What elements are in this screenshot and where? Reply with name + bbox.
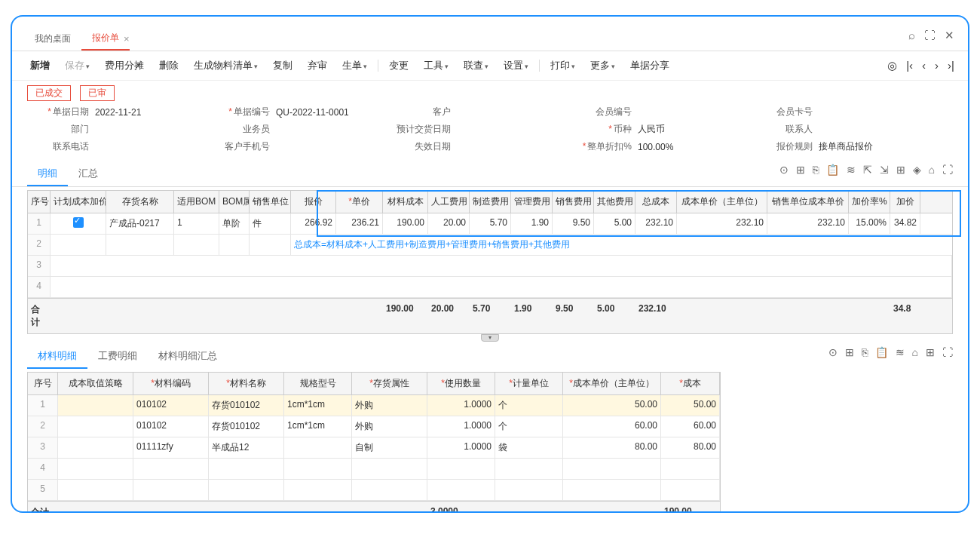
contact-label: 联系人 bbox=[751, 123, 819, 136]
loc-icon[interactable]: ⊙ bbox=[779, 164, 789, 176]
h-markuppct: 加价率% bbox=[849, 191, 890, 213]
copy-button[interactable]: 复制 bbox=[267, 56, 299, 75]
delete-button[interactable]: 删除 bbox=[153, 56, 185, 75]
g2h-spec: 规格型号 bbox=[284, 373, 352, 394]
h-saleunit: 销售单位 bbox=[250, 191, 291, 213]
grid2-row[interactable]: 301111zfy半成品12自制1.0000袋80.0080.00 bbox=[28, 437, 720, 459]
more-button[interactable]: 更多▾ bbox=[584, 56, 621, 75]
first-icon[interactable]: |‹ bbox=[906, 59, 913, 72]
grid-icon[interactable]: ⊞ bbox=[896, 164, 905, 176]
grid1-row-1[interactable]: 1 产成品-0217 1 单阶 件 266.92 236.21 190.00 2… bbox=[28, 213, 952, 235]
sales-label: 业务员 bbox=[208, 123, 276, 136]
paste2-icon[interactable]: 📋 bbox=[875, 346, 888, 358]
card-no-label: 会员卡号 bbox=[751, 106, 819, 118]
rule-value: 接单商品报价 bbox=[819, 140, 873, 153]
close-tab-icon[interactable]: × bbox=[124, 33, 130, 44]
insert2-icon[interactable]: ⊞ bbox=[845, 346, 854, 358]
copy2-icon[interactable]: ⎘ bbox=[862, 346, 868, 358]
expire-label: 失效日期 bbox=[389, 140, 457, 153]
g2h-attr: *存货属性 bbox=[352, 373, 427, 394]
grid1-row-3[interactable]: 3 bbox=[28, 256, 952, 277]
subtab2-mat[interactable]: 材料明细 bbox=[27, 345, 87, 369]
expand2-icon[interactable]: ⛶ bbox=[942, 346, 953, 358]
grid2-row[interactable]: 1010102存货0101021cm*1cm外购1.0000个50.0050.0… bbox=[28, 395, 720, 416]
cost-alloc-button[interactable]: 费用分摊 bbox=[99, 56, 150, 75]
maximize-icon[interactable]: ⛶ bbox=[924, 29, 936, 42]
subtab2-matsum[interactable]: 材料明细汇总 bbox=[148, 345, 228, 369]
export-icon[interactable]: ⇱ bbox=[863, 164, 872, 176]
print-button[interactable]: 打印▾ bbox=[544, 56, 581, 75]
paste-icon[interactable]: 📋 bbox=[826, 164, 839, 176]
g2h-cost: *成本 bbox=[661, 373, 720, 394]
h-matcost: 材料成本 bbox=[383, 191, 428, 213]
date-label: 单据日期 bbox=[53, 106, 89, 117]
g2h-qty: *使用数量 bbox=[427, 373, 495, 394]
h-sales: 销售费用 bbox=[553, 191, 594, 213]
h-saleunitcost: 销售单位成本单价 bbox=[767, 191, 849, 213]
save-button[interactable]: 保存▾ bbox=[59, 56, 96, 75]
h-markup: 加价 bbox=[890, 191, 920, 213]
docno-label: 单据编号 bbox=[234, 106, 270, 117]
home-icon[interactable]: ⌂ bbox=[929, 164, 935, 176]
grid2-icon[interactable]: ⊞ bbox=[926, 346, 935, 358]
formula-annotation: 总成本=材料成本+人工费用+制造费用+管理费用+销售费用+其他费用 bbox=[291, 235, 894, 255]
gen-bom-button[interactable]: 生成物料清单▾ bbox=[188, 56, 264, 75]
plan-cost-checkbox[interactable] bbox=[73, 217, 84, 228]
badge-audit: 已审 bbox=[80, 85, 115, 101]
expand-handle-1[interactable]: ▾ bbox=[481, 334, 499, 342]
abandon-button[interactable]: 弃审 bbox=[302, 56, 333, 75]
import-icon[interactable]: ⇲ bbox=[880, 164, 889, 176]
tel-label: 联系电话 bbox=[27, 140, 95, 153]
grid2-row[interactable]: 5 bbox=[28, 480, 720, 501]
grid2-row[interactable]: 4 bbox=[28, 459, 720, 480]
tab-quote[interactable]: 报价单 bbox=[81, 27, 130, 51]
settings-button[interactable]: 设置▾ bbox=[498, 56, 534, 75]
deliv-label: 预计交货日期 bbox=[389, 123, 457, 136]
grid1-row-4[interactable]: 4 bbox=[28, 277, 952, 298]
tools-button[interactable]: 工具▾ bbox=[418, 56, 455, 75]
material-grid: 序号 成本取值策略 *材料编码 *材料名称 规格型号 *存货属性 *使用数量 *… bbox=[27, 372, 721, 513]
h-mfg: 制造费用 bbox=[470, 191, 511, 213]
last-icon[interactable]: ›| bbox=[948, 59, 954, 72]
change-button[interactable]: 变更 bbox=[383, 56, 415, 75]
window-close-icon[interactable]: ✕ bbox=[945, 29, 954, 42]
gen-doc-button[interactable]: 生单▾ bbox=[336, 56, 373, 75]
mobile-label: 客户手机号 bbox=[208, 140, 276, 153]
h-bomattr: BOM属性 bbox=[219, 191, 250, 213]
loc2-icon[interactable]: ⊙ bbox=[828, 346, 838, 358]
g2h-ucost: *成本单价（主单位） bbox=[563, 373, 661, 394]
link-button[interactable]: 联查▾ bbox=[458, 56, 495, 75]
h-labor: 人工费用 bbox=[428, 191, 470, 213]
h-total: 总成本 bbox=[635, 191, 677, 213]
h-seq: 序号 bbox=[28, 191, 51, 213]
subtab-detail[interactable]: 明细 bbox=[27, 162, 68, 186]
h-price: *单价 bbox=[336, 191, 383, 213]
subtab-summary[interactable]: 汇总 bbox=[68, 162, 109, 186]
search-icon[interactable]: ⌕ bbox=[908, 29, 915, 42]
h-other: 其他费用 bbox=[594, 191, 635, 213]
expand-icon[interactable]: ⛶ bbox=[942, 164, 953, 176]
filter2-icon[interactable]: ≋ bbox=[896, 346, 905, 358]
grid2-row[interactable]: 2010102存货0101021cm*1cm外购1.0000个60.0060.0… bbox=[28, 416, 720, 437]
tag-icon[interactable]: ◈ bbox=[913, 164, 921, 176]
g2h-code: *材料编码 bbox=[133, 373, 209, 394]
new-button[interactable]: 新增 bbox=[24, 56, 56, 75]
next-icon[interactable]: › bbox=[935, 59, 939, 72]
cust-label: 客户 bbox=[389, 106, 457, 118]
tab-desktop[interactable]: 我的桌面 bbox=[24, 28, 81, 50]
subtab2-labor[interactable]: 工费明细 bbox=[87, 345, 148, 369]
share-button[interactable]: 单据分享 bbox=[624, 56, 675, 75]
badge-deal: 已成交 bbox=[27, 85, 71, 101]
curr-label: 币种 bbox=[614, 124, 632, 134]
h-bom: 适用BOM bbox=[174, 191, 219, 213]
home2-icon[interactable]: ⌂ bbox=[912, 346, 918, 358]
copy-row-icon[interactable]: ⎘ bbox=[813, 164, 819, 176]
locate-icon[interactable]: ◎ bbox=[887, 59, 897, 72]
prev-icon[interactable]: ‹ bbox=[922, 59, 926, 72]
rule-label: 报价规则 bbox=[751, 140, 819, 153]
member-no-label: 会员编号 bbox=[570, 106, 638, 118]
filter-icon[interactable]: ≋ bbox=[847, 164, 856, 176]
insert-icon[interactable]: ⊞ bbox=[796, 164, 805, 176]
grid1-row-2[interactable]: 2 总成本=材料成本+人工费用+制造费用+管理费用+销售费用+其他费用 bbox=[28, 235, 952, 256]
dept-label: 部门 bbox=[27, 123, 95, 136]
